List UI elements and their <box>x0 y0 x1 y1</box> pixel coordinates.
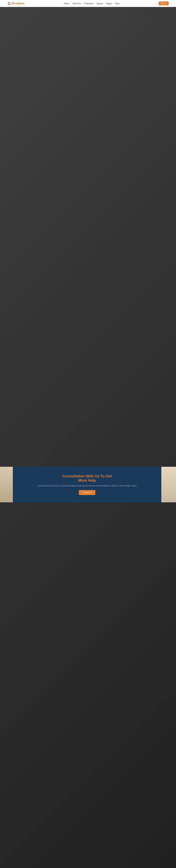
nav-actions: Sign In <box>159 1 169 5</box>
nav-agents[interactable]: Agents <box>97 2 103 5</box>
nav-blog[interactable]: Blog <box>115 2 119 5</box>
signin-button[interactable]: Sign In <box>159 1 169 5</box>
quality-image-area <box>91 369 169 399</box>
room-overlay <box>0 0 176 635</box>
cta-title-orange: More Help <box>78 478 96 482</box>
nav-about[interactable]: About Us <box>73 2 81 5</box>
cta-center: Consultation With Us To Get More Help Lo… <box>13 467 161 502</box>
room-image <box>91 369 169 399</box>
nav-properties[interactable]: Properties <box>84 2 93 5</box>
cta-section: Consultation With Us To Get More Help Lo… <box>0 467 176 502</box>
nav-home[interactable]: Home <box>64 2 69 5</box>
quality-section: The Best Quality Property You Can Find L… <box>0 360 176 408</box>
nav-pages[interactable]: Pages <box>106 2 112 5</box>
nav-logo: 🏠 Residenz <box>7 2 25 5</box>
logo-icon: 🏠 <box>7 2 11 5</box>
navbar: 🏠 Residenz Home About Us Properties Agen… <box>0 0 176 7</box>
nav-links: Home About Us Properties Agents Pages Bl… <box>64 2 119 5</box>
cta-right-bg <box>161 467 176 502</box>
logo-text: Residenz <box>12 2 25 5</box>
cta-title: Consultation With Us To Get More Help <box>20 474 154 483</box>
cta-left-bg <box>0 467 13 502</box>
contact-us-button[interactable]: Contact Us <box>79 490 95 495</box>
cta-description: Lorem ipsum dolor sit amet, consectetur … <box>20 484 154 487</box>
